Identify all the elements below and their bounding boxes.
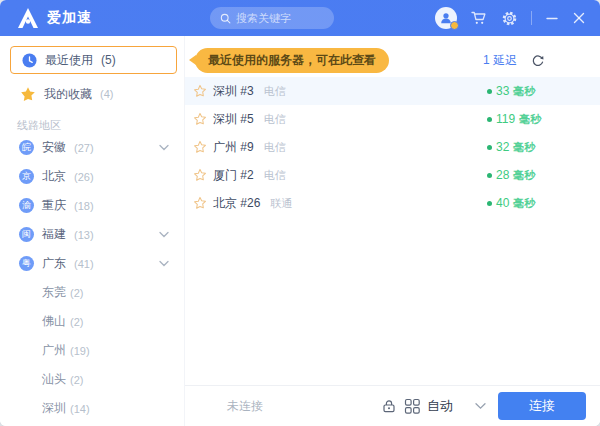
latency-dot bbox=[487, 117, 492, 122]
server-row-xiamen-2[interactable]: 厦门 #2 电信 28毫秒 bbox=[185, 161, 600, 189]
region-badge: 皖 bbox=[19, 140, 34, 155]
minimize-icon bbox=[545, 11, 559, 25]
cart-button[interactable] bbox=[470, 9, 488, 27]
server-latency: 28毫秒 bbox=[487, 168, 557, 183]
latency-dot bbox=[487, 201, 492, 206]
favorite-star-icon[interactable] bbox=[193, 84, 207, 98]
connection-controls: 自动 连接 bbox=[381, 392, 586, 420]
recent-count: (5) bbox=[101, 53, 116, 67]
list-header: 最近使用的服务器，可在此查看 1 延迟 bbox=[185, 48, 600, 73]
close-icon bbox=[572, 11, 586, 25]
server-name: 深圳 #5 bbox=[213, 111, 254, 128]
latency-dot bbox=[487, 145, 492, 150]
recent-tooltip: 最近使用的服务器，可在此查看 bbox=[195, 48, 389, 73]
mode-selector[interactable]: 自动 bbox=[427, 397, 453, 415]
server-carrier: 电信 bbox=[264, 112, 286, 127]
latency-dot bbox=[487, 173, 492, 178]
region-badge: 粤 bbox=[19, 256, 34, 271]
refresh-icon[interactable] bbox=[531, 54, 545, 68]
server-latency: 40毫秒 bbox=[487, 196, 557, 211]
clock-icon bbox=[22, 53, 37, 68]
connection-bar: 未连接 bbox=[185, 385, 600, 426]
sidebar-region-fujian[interactable]: 闽 福建 (13) bbox=[0, 220, 184, 249]
favorites-label: 我的收藏 bbox=[44, 86, 92, 103]
gear-icon bbox=[501, 10, 518, 27]
favorite-star-icon[interactable] bbox=[193, 112, 207, 126]
tooltip-text: 最近使用的服务器，可在此查看 bbox=[208, 52, 376, 69]
sidebar-city-foshan[interactable]: 佛山 (2) bbox=[0, 307, 184, 336]
sidebar-city-shenzhen[interactable]: 深圳 (14) bbox=[0, 394, 184, 423]
search-box[interactable] bbox=[210, 7, 334, 29]
settings-button[interactable] bbox=[501, 10, 518, 27]
sidebar-city-shantou[interactable]: 汕头 (2) bbox=[0, 365, 184, 394]
latency-sort: 1 延迟 bbox=[483, 52, 545, 69]
server-latency: 32毫秒 bbox=[487, 140, 557, 155]
sidebar-region-anhui[interactable]: 皖 安徽 (27) bbox=[0, 133, 184, 162]
server-name: 深圳 #3 bbox=[213, 83, 254, 100]
server-name: 广州 #9 bbox=[213, 139, 254, 156]
server-carrier: 电信 bbox=[264, 84, 286, 99]
favorite-star-icon[interactable] bbox=[193, 168, 207, 182]
app-window: 爱加速 bbox=[0, 0, 600, 426]
sidebar-item-favorites[interactable]: 我的收藏 (4) bbox=[0, 80, 184, 108]
grid-mode-icon[interactable] bbox=[404, 398, 421, 415]
mode-chevron-down-icon[interactable] bbox=[475, 402, 486, 410]
region-badge: 京 bbox=[19, 169, 34, 184]
server-carrier: 电信 bbox=[264, 168, 286, 183]
star-icon bbox=[20, 86, 36, 102]
server-name: 北京 #26 bbox=[213, 195, 260, 212]
region-badge: 渝 bbox=[19, 198, 34, 213]
server-row-guangzhou-9[interactable]: 广州 #9 电信 32毫秒 bbox=[185, 133, 600, 161]
sidebar-region-chongqing[interactable]: 渝 重庆 (18) bbox=[0, 191, 184, 220]
latency-dot bbox=[487, 89, 492, 94]
server-name: 厦门 #2 bbox=[213, 167, 254, 184]
server-latency: 33毫秒 bbox=[487, 84, 557, 99]
server-row-beijing-26[interactable]: 北京 #26 联通 40毫秒 bbox=[185, 189, 600, 217]
server-row-shenzhen-5[interactable]: 深圳 #5 电信 119毫秒 bbox=[185, 105, 600, 133]
sidebar-city-guangzhou[interactable]: 广州 (19) bbox=[0, 336, 184, 365]
app-logo: 爱加速 bbox=[16, 7, 92, 29]
cart-icon bbox=[470, 9, 488, 27]
latency-sort-label[interactable]: 1 延迟 bbox=[483, 52, 517, 69]
server-row-shenzhen-3[interactable]: 深圳 #3 电信 33毫秒 bbox=[185, 77, 600, 105]
server-list: 深圳 #3 电信 33毫秒 深圳 #5 电信 119毫秒 广州 #9 电信 32… bbox=[185, 77, 600, 217]
topbar-divider bbox=[531, 11, 532, 25]
chevron-down-icon[interactable] bbox=[159, 144, 169, 151]
server-panel: 最近使用的服务器，可在此查看 1 延迟 深圳 #3 电信 33毫秒 bbox=[185, 36, 600, 426]
favorite-star-icon[interactable] bbox=[193, 196, 207, 210]
top-bar: 爱加速 bbox=[0, 0, 600, 36]
chevron-down-icon[interactable] bbox=[159, 231, 169, 238]
favorite-star-icon[interactable] bbox=[193, 140, 207, 154]
topbar-actions bbox=[435, 7, 586, 29]
favorites-count: (4) bbox=[100, 88, 113, 100]
app-title: 爱加速 bbox=[47, 9, 92, 27]
sidebar: 最近使用 (5) 我的收藏 (4) 线路地区 皖 安徽 (27) 京 北京 bbox=[0, 36, 185, 426]
region-section-label: 线路地区 bbox=[0, 108, 184, 133]
logo-icon bbox=[16, 7, 40, 29]
close-button[interactable] bbox=[572, 11, 586, 25]
server-carrier: 电信 bbox=[264, 140, 286, 155]
user-avatar[interactable] bbox=[435, 7, 457, 29]
chevron-down-icon[interactable] bbox=[159, 260, 169, 267]
tooltip-arrow-left bbox=[189, 55, 196, 65]
sidebar-region-guangdong[interactable]: 粤 广东 (41) bbox=[0, 249, 184, 278]
region-badge: 闽 bbox=[19, 227, 34, 242]
recent-label: 最近使用 bbox=[45, 52, 93, 69]
lock-icon[interactable] bbox=[381, 398, 397, 414]
sidebar-item-recent[interactable]: 最近使用 (5) bbox=[10, 46, 177, 74]
server-latency: 119毫秒 bbox=[487, 112, 557, 127]
minimize-button[interactable] bbox=[545, 11, 559, 25]
search-input[interactable] bbox=[236, 12, 324, 24]
connect-button[interactable]: 连接 bbox=[498, 392, 586, 420]
sidebar-region-beijing[interactable]: 京 北京 (26) bbox=[0, 162, 184, 191]
connection-status: 未连接 bbox=[227, 398, 263, 415]
sidebar-city-dongguan[interactable]: 东莞 (2) bbox=[0, 278, 184, 307]
search-icon bbox=[220, 12, 231, 25]
server-carrier: 联通 bbox=[270, 196, 292, 211]
vip-badge bbox=[450, 21, 459, 30]
